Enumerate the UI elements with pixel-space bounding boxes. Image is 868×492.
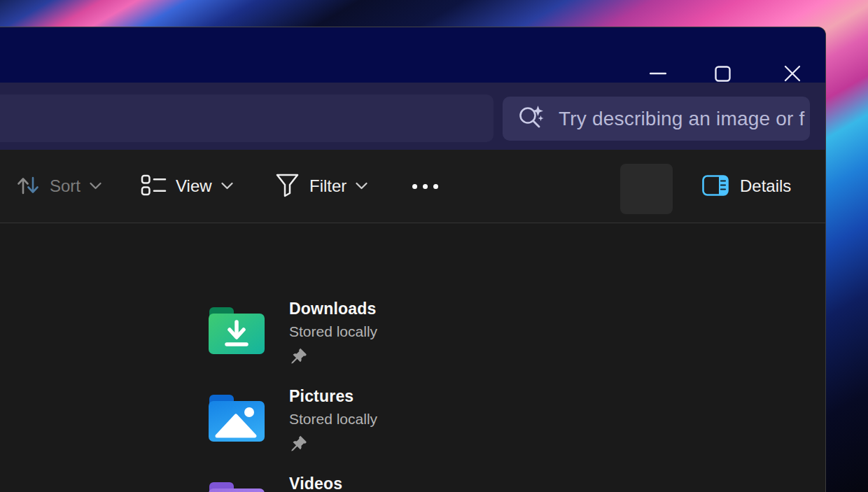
minimize-icon <box>650 71 666 76</box>
address-search-row: Try describing an image or f <box>0 83 825 150</box>
pin-icon <box>290 347 307 367</box>
file-name: Videos <box>289 475 342 492</box>
file-status: Stored locally <box>289 323 377 340</box>
details-pane-button[interactable]: Details <box>702 150 791 223</box>
videos-folder-icon <box>206 479 267 492</box>
more-options-icon <box>412 184 438 189</box>
file-tile-videos[interactable]: Videos <box>206 479 626 492</box>
sort-button[interactable]: Sort <box>15 150 102 223</box>
filter-label: Filter <box>309 176 346 196</box>
details-label: Details <box>740 176 791 196</box>
title-bar <box>0 27 825 83</box>
view-button[interactable]: View <box>141 150 233 223</box>
filter-button[interactable]: Filter <box>274 150 368 223</box>
sort-label: Sort <box>50 176 80 196</box>
ai-search-icon <box>517 103 546 135</box>
chevron-down-icon <box>90 181 102 192</box>
file-name: Downloads <box>289 300 376 318</box>
ai-search-input[interactable]: Try describing an image or f <box>503 97 810 141</box>
address-bar[interactable] <box>0 94 493 142</box>
file-list: Downloads Stored locally <box>0 223 825 492</box>
close-icon <box>784 65 801 82</box>
view-label: View <box>176 176 212 196</box>
pictures-folder-icon <box>206 391 267 447</box>
details-pane-icon <box>702 175 729 198</box>
pin-icon <box>290 435 307 454</box>
file-tile-downloads[interactable]: Downloads Stored locally <box>206 304 626 371</box>
more-options-button[interactable] <box>400 150 449 223</box>
file-explorer-window: Try describing an image or f Sort <box>0 27 826 492</box>
downloads-folder-icon <box>206 304 267 360</box>
ai-search-placeholder: Try describing an image or f <box>559 108 805 130</box>
chevron-down-icon <box>356 181 368 192</box>
maximize-icon <box>715 66 731 82</box>
file-tile-pictures[interactable]: Pictures Stored locally <box>206 391 626 458</box>
file-name: Pictures <box>289 387 354 406</box>
filter-funnel-icon <box>274 173 300 200</box>
chevron-down-icon <box>221 181 233 192</box>
toolbar-highlighted-button[interactable] <box>620 164 673 214</box>
sort-arrows-icon <box>15 173 41 200</box>
view-list-icon <box>141 174 167 198</box>
command-toolbar: Sort View Fi <box>0 150 825 223</box>
file-status: Stored locally <box>289 411 377 428</box>
